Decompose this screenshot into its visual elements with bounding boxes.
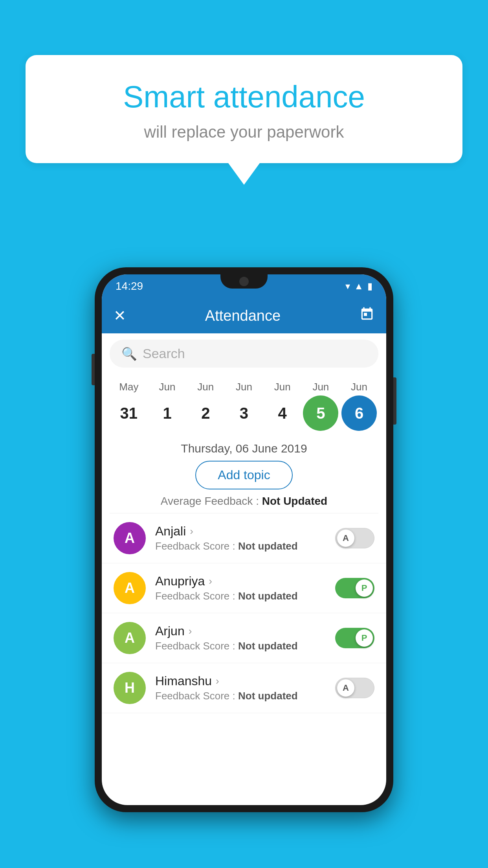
speech-bubble-section: Smart attendance will replace your paper… [26, 55, 462, 185]
student-info-arjun[interactable]: Arjun › Feedback Score : Not updated [155, 624, 326, 652]
cal-date-4[interactable]: 4 [265, 395, 300, 431]
close-button[interactable]: ✕ [114, 307, 126, 324]
cal-date-5[interactable]: 5 [303, 395, 338, 431]
chevron-icon: › [216, 675, 219, 687]
bubble-tail [228, 163, 260, 185]
student-info-anupriya[interactable]: Anupriya › Feedback Score : Not updated [155, 574, 326, 602]
student-score-himanshu: Feedback Score : Not updated [155, 690, 326, 702]
calendar-months-row: May Jun Jun Jun Jun Jun Jun [102, 374, 386, 393]
toggle-knob-anjali: A [337, 530, 354, 547]
search-bar[interactable]: 🔍 Search [110, 340, 378, 368]
calendar-button[interactable] [360, 307, 374, 325]
toggle-anjali[interactable]: A [335, 528, 374, 548]
student-item-anjali: A Anjali › Feedback Score : Not updated … [102, 513, 386, 563]
cal-date-31[interactable]: 31 [111, 395, 147, 431]
avatar-himanshu: H [114, 672, 146, 704]
student-name-arjun: Arjun › [155, 624, 326, 638]
search-icon: 🔍 [121, 346, 137, 361]
student-item-himanshu: H Himanshu › Feedback Score : Not update… [102, 663, 386, 713]
avg-feedback-value: Not Updated [262, 495, 327, 507]
student-name-anjali: Anjali › [155, 524, 326, 539]
phone-frame: 14:29 ▾ ▲ ▮ ✕ Attendance 🔍 [95, 267, 393, 812]
search-input[interactable]: Search [143, 346, 185, 361]
cal-month-2[interactable]: Jun [188, 381, 223, 393]
phone-notch [220, 274, 268, 289]
student-info-anjali[interactable]: Anjali › Feedback Score : Not updated [155, 524, 326, 552]
toggle-anupriya[interactable]: P [335, 578, 374, 598]
avg-feedback-label: Average Feedback : [161, 495, 262, 507]
cal-month-1[interactable]: Jun [150, 381, 185, 393]
toggle-himanshu[interactable]: A [335, 678, 374, 698]
chevron-icon: › [189, 625, 192, 637]
cal-month-3[interactable]: Jun [226, 381, 262, 393]
bubble-title: Smart attendance [57, 79, 431, 116]
speech-bubble: Smart attendance will replace your paper… [26, 55, 462, 163]
avatar-anjali: A [114, 522, 146, 554]
toggle-knob-himanshu: A [337, 679, 354, 697]
calendar-dates-row: 31 1 2 3 4 5 6 [102, 393, 386, 438]
status-time: 14:29 [116, 280, 143, 292]
power-button [393, 377, 396, 425]
toggle-arjun[interactable]: P [335, 628, 374, 648]
toggle-knob-anupriya: P [356, 579, 373, 597]
bubble-subtitle: will replace your paperwork [57, 123, 431, 142]
cal-date-2[interactable]: 2 [188, 395, 223, 431]
cal-month-4[interactable]: Jun [265, 381, 300, 393]
app-bar: ✕ Attendance [102, 298, 386, 333]
front-camera [239, 277, 249, 286]
student-score-anjali: Feedback Score : Not updated [155, 540, 326, 552]
chevron-icon: › [209, 575, 212, 587]
phone-mockup: 14:29 ▾ ▲ ▮ ✕ Attendance 🔍 [95, 267, 393, 812]
student-score-arjun: Feedback Score : Not updated [155, 640, 326, 652]
toggle-knob-arjun: P [356, 629, 373, 647]
add-topic-button[interactable]: Add topic [195, 461, 292, 489]
avatar-anupriya: A [114, 572, 146, 604]
phone-screen: 14:29 ▾ ▲ ▮ ✕ Attendance 🔍 [102, 274, 386, 805]
selected-date-label: Thursday, 06 June 2019 [102, 438, 386, 461]
avatar-arjun: A [114, 622, 146, 654]
signal-icon: ▲ [354, 281, 363, 292]
status-icons: ▾ ▲ ▮ [345, 281, 372, 292]
cal-month-5[interactable]: Jun [303, 381, 338, 393]
student-name-anupriya: Anupriya › [155, 574, 326, 588]
wifi-icon: ▾ [345, 281, 350, 292]
student-item-arjun: A Arjun › Feedback Score : Not updated P [102, 613, 386, 663]
student-item-anupriya: A Anupriya › Feedback Score : Not update… [102, 563, 386, 613]
student-name-himanshu: Himanshu › [155, 674, 326, 688]
student-score-anupriya: Feedback Score : Not updated [155, 590, 326, 602]
cal-month-6[interactable]: Jun [341, 381, 377, 393]
cal-date-6[interactable]: 6 [341, 395, 377, 431]
battery-icon: ▮ [367, 281, 372, 292]
cal-date-3[interactable]: 3 [226, 395, 262, 431]
chevron-icon: › [190, 525, 193, 537]
average-feedback: Average Feedback : Not Updated [102, 495, 386, 513]
volume-button [92, 354, 95, 385]
cal-date-1[interactable]: 1 [150, 395, 185, 431]
student-info-himanshu[interactable]: Himanshu › Feedback Score : Not updated [155, 674, 326, 702]
cal-month-0[interactable]: May [111, 381, 147, 393]
app-bar-title: Attendance [134, 307, 352, 324]
student-list: A Anjali › Feedback Score : Not updated … [102, 513, 386, 713]
